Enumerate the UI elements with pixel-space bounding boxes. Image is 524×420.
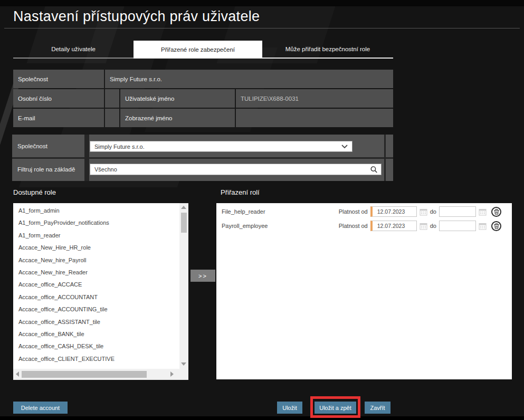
- calendar-icon[interactable]: [479, 222, 487, 230]
- page-title: Nastavení přístupových práv uživatele: [13, 8, 260, 25]
- scroll-right-arrow-icon[interactable]: [170, 371, 174, 377]
- valid-to-input[interactable]: [440, 223, 475, 229]
- tab-label: Přiřazené role zabezpečení: [161, 46, 235, 53]
- title-divider: [4, 28, 520, 28]
- close-button[interactable]: Zavřít: [365, 402, 390, 414]
- list-item[interactable]: A1_form_reader: [13, 230, 179, 242]
- vertical-scrollbar[interactable]: [179, 203, 188, 369]
- company-label: Společnost: [13, 70, 104, 88]
- list-item[interactable]: Accace_New_Hire_HR_role: [13, 242, 179, 254]
- assigned-role-name: Payroll_employee: [222, 223, 339, 229]
- tab-user-details[interactable]: Detaily uživatele: [13, 41, 134, 58]
- valid-from-field: [370, 221, 417, 231]
- tab-underline: [13, 58, 134, 59]
- list-item[interactable]: Accace_office_ASSISTANT_tile: [13, 316, 179, 328]
- valid-from-label: Platnost od: [339, 223, 368, 229]
- calendar-icon[interactable]: [479, 208, 487, 216]
- scroll-up-arrow-icon[interactable]: [181, 206, 186, 209]
- scrollbar-corner: [179, 369, 188, 380]
- save-button[interactable]: Uložit: [277, 402, 302, 414]
- list-item[interactable]: Accace_office_ACCACE: [13, 279, 179, 291]
- vertical-scroll-thumb[interactable]: [181, 213, 187, 233]
- company-value: Simply Future s.r.o.: [105, 70, 393, 88]
- list-item[interactable]: Accace_office_CASH_DESK_tile: [13, 340, 179, 352]
- list-item[interactable]: Accace_office_CLIENT_EXECUTIVE: [13, 353, 179, 365]
- valid-to-field: [439, 221, 476, 231]
- username-value: TULIPIZE\X688-0031: [236, 89, 393, 108]
- valid-to-field: [439, 206, 476, 217]
- tab-can-assign-security-roles[interactable]: Může přiřadit bezpečnostní role: [262, 41, 393, 58]
- company-select[interactable]: Simply Future s.r.o.: [90, 141, 352, 152]
- display-name-value: [236, 109, 393, 127]
- assigned-role-row: Payroll_employeePlatnost oddo: [216, 220, 512, 232]
- valid-from-label: Platnost od: [339, 208, 368, 215]
- calendar-icon[interactable]: [420, 222, 427, 230]
- filter-roles-label: Filtruj role na základě: [17, 166, 75, 173]
- panel-divider: [384, 135, 386, 181]
- chevron-down-icon: [341, 145, 348, 148]
- horizontal-scroll-thumb[interactable]: [22, 371, 147, 378]
- scroll-down-arrow-icon[interactable]: [181, 362, 186, 366]
- available-roles-title: Dostupné role: [13, 188, 56, 196]
- email-label: E-mail: [13, 109, 104, 127]
- display-name-label: Zobrazené jméno: [120, 109, 235, 127]
- valid-from-field: [370, 206, 417, 217]
- tab-underline: [134, 58, 393, 59]
- assigned-role-name: File_help_reader: [222, 208, 339, 215]
- list-item[interactable]: A1_form_admin: [13, 205, 179, 217]
- list-item[interactable]: A1_form_PayProvider_notifications: [13, 217, 179, 229]
- panel-divider: [12, 157, 393, 159]
- scroll-left-arrow-icon[interactable]: [16, 371, 19, 377]
- window-bottom-edge: [0, 416, 524, 420]
- assign-role-button[interactable]: >>: [190, 270, 215, 282]
- personal-number-label: Osobní číslo: [13, 89, 104, 108]
- personal-number-value: [105, 89, 119, 108]
- list-item[interactable]: Accace_office_ACCOUNTANT: [13, 291, 179, 303]
- role-filter-panel: Společnost Filtruj role na základě Simpl…: [12, 135, 393, 181]
- list-item[interactable]: Accace_New_hire_Reader: [13, 266, 179, 279]
- tab-label: Může přiřadit bezpečnostní role: [285, 46, 370, 52]
- role-filter-searchbox: [90, 164, 382, 175]
- valid-to-input[interactable]: [440, 208, 475, 215]
- list-item[interactable]: Accace_New_hire_Payroll: [13, 254, 179, 266]
- filter-company-label: Společnost: [17, 143, 47, 149]
- user-access-rights-window: Nastavení přístupových práv uživatele De…: [0, 0, 524, 420]
- role-filter-input[interactable]: [93, 166, 370, 173]
- company-select-value: Simply Future s.r.o.: [94, 144, 341, 150]
- list-item[interactable]: Accace_office_ACCOUNTING_tile: [13, 303, 179, 316]
- assigned-role-row: File_help_readerPlatnost oddo: [216, 206, 512, 217]
- valid-from-input[interactable]: [373, 208, 416, 215]
- delete-account-button[interactable]: Delete account: [13, 402, 68, 414]
- delete-role-button[interactable]: [491, 207, 501, 217]
- username-label: Uživatelské jméno: [120, 89, 235, 108]
- valid-from-input[interactable]: [373, 223, 416, 229]
- assigned-roles-list: File_help_readerPlatnost oddoPayroll_emp…: [216, 203, 512, 379]
- horizontal-scrollbar[interactable]: [13, 369, 179, 380]
- available-roles-list: A1_form_adminA1_form_PayProvider_notific…: [13, 205, 179, 365]
- assigned-roles-title: Přiřazení rolí: [221, 188, 260, 196]
- available-roles-listbox: A1_form_adminA1_form_PayProvider_notific…: [13, 203, 188, 380]
- email-value: [105, 109, 119, 127]
- tab-label: Detaily uživatele: [51, 46, 96, 52]
- search-icon[interactable]: [370, 166, 378, 174]
- list-item[interactable]: Accace_office_BANK_tile: [13, 328, 179, 340]
- calendar-icon[interactable]: [420, 208, 427, 216]
- valid-to-label: do: [430, 208, 436, 215]
- valid-to-label: do: [430, 223, 436, 229]
- window-top-edge: [0, 0, 524, 6]
- delete-role-button[interactable]: [491, 221, 501, 231]
- tab-assigned-security-roles[interactable]: Přiřazené role zabezpečení: [134, 41, 262, 58]
- save-and-back-button[interactable]: Uložit a zpět: [315, 402, 356, 414]
